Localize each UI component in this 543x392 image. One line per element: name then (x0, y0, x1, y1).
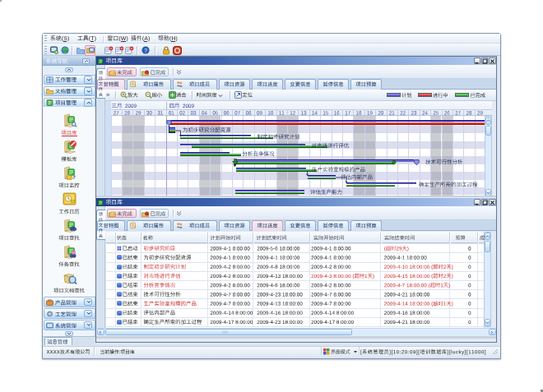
svg-text:?: ? (144, 48, 147, 53)
